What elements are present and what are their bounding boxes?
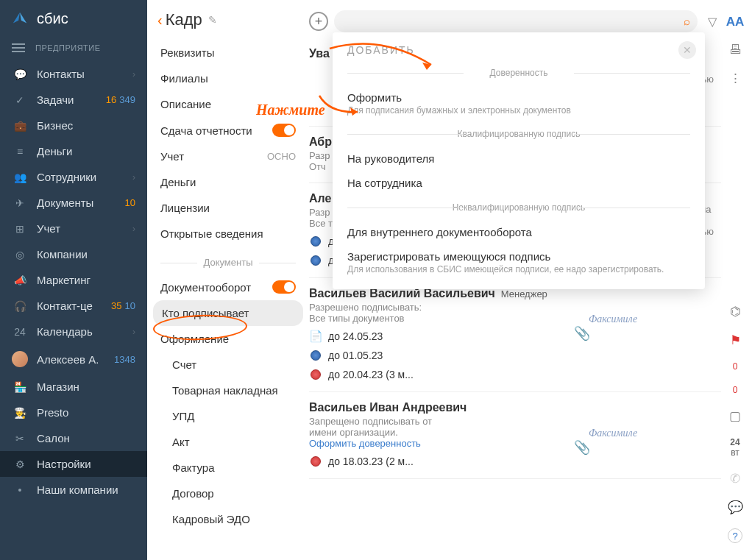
dropdown-item[interactable]: ОформитьДля подписания бумажных и электр… [333,85,705,121]
sidebar-item-9[interactable]: 🎧Контакт-це3510 [0,293,147,319]
sidebar-item-label: Настройки [37,458,135,470]
filter-icon[interactable]: ▽ [703,15,721,29]
cert-row[interactable]: до 20.04.23 (3 м... [309,368,721,381]
settings-item[interactable]: УчетОСНО [147,143,309,169]
sidebar-item-11[interactable]: Алексеев А.1348 [0,344,147,374]
sidebar-icon: 24 [12,326,28,338]
logo-text: сбис [37,10,68,27]
settings-item[interactable]: Лицензии [147,195,309,221]
sidebar-icon: ≡ [12,146,28,157]
settings-item[interactable]: Фактура [147,455,309,481]
chevron-right-icon: › [132,327,135,337]
avatar-icon [12,351,28,367]
toggle-switch[interactable] [272,124,296,137]
settings-item[interactable]: Сдача отчетности [147,117,309,143]
add-button[interactable]: + [309,12,328,31]
settings-item[interactable]: Товарная накладная [147,378,309,403]
sidebar-item-7[interactable]: ◎Компании [0,241,147,267]
badge-blue: 1348 [114,354,135,365]
person-row: Васильев Василий Васильевич МенеджерРазр… [309,278,721,392]
dropdown-item[interactable]: Зарегистрировать имеющуюся подписьДля ис… [333,244,705,280]
settings-item-label: Филиалы [160,72,208,85]
settings-item-label: Документооборот [160,281,251,294]
settings-item[interactable]: Открытые сведения [147,221,309,247]
settings-item[interactable]: Оформление [147,326,309,352]
toggle-switch[interactable] [272,280,296,294]
sidebar-item-4[interactable]: 👥Сотрудники› [0,164,147,190]
sidebar-item-2[interactable]: 💼Бизнес [0,113,147,138]
enterprise-label[interactable]: ПРЕДПРИЯТИЕ [0,38,147,61]
sidebar-item-0[interactable]: 💬Контакты› [0,61,147,87]
cert-row[interactable]: 📄до 24.05.23 [309,330,721,343]
person-name[interactable]: Але [309,192,331,205]
sidebar-item-5[interactable]: ✈Документы10 [0,190,147,216]
sidebar-icon: 📣 [12,274,28,286]
font-size-icon[interactable]: AA [726,15,745,29]
back-icon[interactable]: ‹ [157,12,163,29]
sidebar-item-label: Документы [37,196,122,209]
dropdown-section-header: Доверенность [347,63,690,82]
cert-row[interactable]: до 01.05.23 [309,349,721,362]
dropdown-section-header: Квалифицированную подпись [347,124,690,143]
settings-item-label: Лицензии [160,202,210,214]
sidebar-item-14[interactable]: ✂Салон [0,425,147,451]
settings-item-label: Реквизиты [160,46,215,59]
dropdown-item[interactable]: На сотрудника [333,171,705,195]
settings-item[interactable]: Документооборот [147,274,309,300]
cert-red-icon [309,368,322,381]
dropdown-item[interactable]: На руководителя [333,146,705,171]
app-logo[interactable]: сбис [0,0,147,38]
settings-item[interactable]: Реквизиты [147,40,309,65]
sidebar-icon: ◎ [12,249,28,260]
person-role: Менеджер [501,288,547,300]
close-icon[interactable]: ✕ [678,41,696,59]
search-input[interactable]: ⌕ [334,10,698,32]
settings-item-label: Счет [172,358,196,371]
sidebar-item-12[interactable]: 🏪Магазин [0,374,147,400]
sidebar-item-6[interactable]: ⊞Учет› [0,216,147,241]
person-name[interactable]: Васильев Иван Андреевич [309,401,467,414]
note-icon[interactable]: ▢ [729,408,741,424]
settings-item[interactable]: Кадровый ЭДО [147,506,309,532]
edit-icon[interactable]: ✎ [208,14,217,26]
alert-icon[interactable]: ⚑ [730,333,741,348]
sidebar-item-8[interactable]: 📣Маркетинг [0,267,147,293]
hamburger-icon [12,43,25,52]
settings-item-label: Договор [172,487,214,500]
help-icon[interactable]: ? [728,528,742,543]
sidebar-item-3[interactable]: ≡Деньги [0,138,147,164]
settings-item[interactable]: УПД [147,403,309,429]
settings-item[interactable]: Кто подписывает [153,300,303,326]
sidebar-item-15[interactable]: ⚙Настройки [0,451,147,477]
cert-row[interactable]: до 18.03.23 (2 м... [309,455,721,468]
chat-icon[interactable]: 💬 [728,500,743,515]
sidebar-icon: 💼 [12,120,28,132]
org-structure-icon[interactable]: ⌬ [730,304,741,319]
phone-icon[interactable]: ✆ [730,471,740,486]
settings-item[interactable]: Описание [147,91,309,117]
signature-facsimile: Факсимиле [589,305,648,334]
person-name[interactable]: Абр [309,135,332,148]
settings-item[interactable]: Деньги [147,169,309,195]
dropdown-item-title: На руководителя [347,152,690,165]
settings-item[interactable]: Акт [147,429,309,455]
dropdown-title: ДОБАВИТЬ [333,44,705,60]
calendar-badge[interactable]: 24 вт [730,437,739,458]
alert-count-1: 0 [733,361,738,372]
cert-blue-icon [309,235,322,248]
sidebar-item-16[interactable]: •Наши компании [0,477,147,503]
sidebar-item-1[interactable]: ✓Задачи16349 [0,87,147,113]
sidebar-icon: ⚙ [12,458,28,470]
settings-item[interactable]: Договор [147,481,309,506]
more-icon[interactable]: ⋮ [729,71,742,86]
print-icon[interactable]: 🖶 [729,43,742,57]
sidebar-item-10[interactable]: 24Календарь› [0,319,147,344]
person-link[interactable]: Оформить доверенность [309,438,721,449]
settings-item[interactable]: Филиалы [147,65,309,91]
add-dropdown: ДОБАВИТЬ ✕ ДоверенностьОформитьДля подпи… [333,32,705,289]
dropdown-item[interactable]: Для внутреннего документооборота [333,220,705,244]
signature-facsimile: Факсимиле [589,419,648,448]
settings-item[interactable]: Счет [147,352,309,378]
sidebar-item-13[interactable]: 👨‍🍳Presto [0,400,147,425]
settings-item-label: Оформление [160,333,229,345]
